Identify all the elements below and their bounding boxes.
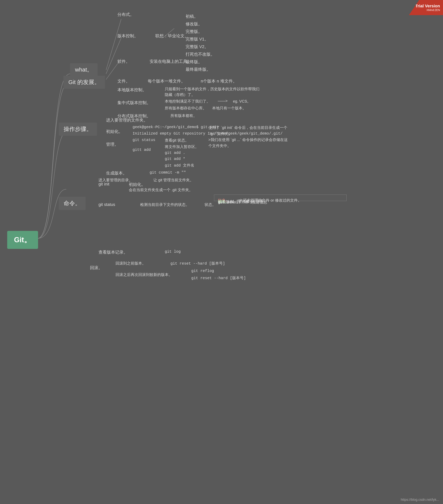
git-central-node: Git。 [7,231,38,249]
node-central-vcs-desc2: 所有版本都存在中心库。 [165,106,206,111]
node-v3: 完整版。 [186,29,202,35]
node-op-steps: 操作步骤。 [59,123,97,136]
node-rollback-forward-desc: 回滚之后再次回滚到较新的版本。 [116,272,172,277]
node-git-log-cmd: git log [165,250,181,254]
node-git-dev: Git 的发展。 [63,76,105,89]
node-gen-version-cmd: git commit -m "" [150,170,186,175]
node-what: what。 [70,63,97,76]
node-add-cmd3: git add 文件名 [165,163,194,168]
node-gitt-add-label: gitt add [133,148,151,152]
node-cmd-git-status: git status [98,202,115,207]
node-software: 软件。 [117,59,130,64]
node-op-init-label: 初始化。 [106,129,123,134]
node-cmd-status-label: 状态。 [205,202,216,207]
node-central-vcs-desc3: 本地只有一个版本。 [212,106,246,111]
node-rollback-back-desc: 回滚到之前版本。 [116,261,146,266]
node-file: 文件。 [117,78,130,84]
node-op-init-cmd1: geek@geek-PC:~/geek/git_demo$ git init [133,125,219,129]
node-gen-version: 生成版本。 [106,170,127,176]
node-v6: 打死也不改版。 [186,52,215,57]
node-v2: 修改版。 [186,21,202,27]
node-file-desc2: n个版本 n 堆文件。 [201,78,237,84]
node-distributed: 分布式。 [117,12,134,18]
node-central-vcs-eg: eg. VCS。 [233,99,251,104]
node-git-status-cmd: git status [133,138,155,142]
node-central-vcs-desc1: 本地控制满足不了我们了。 [165,99,210,104]
node-local-vcs-desc: 只能看到一个版本的文件，历史版本的文件以软件帮我们隐藏（存档）了。 [165,86,259,97]
node-cmd-manage-current: 让 git 管理当前文件夹。 [154,178,193,183]
node-git-log-desc: 查看版本记录。 [98,250,128,255]
node-file-desc1: 每个版本一堆文件。 [148,78,185,84]
node-rollback-label: 回滚。 [90,265,102,271]
node-central-vcs-arrow: ——> [218,99,228,103]
node-cmd-enter-dir: 进入要管理的目录。 [98,178,133,183]
node-v4: 完整版 V1。 [186,36,209,42]
node-cmd-status-desc: 检测当前目录下文件的状态。 [140,202,189,207]
node-op-init-note: 使用了 `git init` 命令后，会在当前目录生成一个 `.git` 文件夹… [208,125,288,149]
node-add-cmd1: git add . [165,151,185,155]
node-dist-vcs-desc: 所有版本都有。 [171,113,197,118]
node-manage-label: 管理。 [106,142,118,147]
trial-title: Trial Version [415,4,440,9]
node-gitt-add-desc: 将文件加入暂存区。 [165,144,199,149]
node-gen-ver2: 生成版本。 [218,199,237,204]
node-cmd-create-git: 会在当前文件夹生成一个 .git 文件夹。 [129,187,193,193]
node-v8: 最终最终版。 [186,67,211,72]
node-rollback-reset: git reset --hard [版本号] [191,275,246,281]
node-enter-folder: 进入要管理的文件夹。 [106,117,148,123]
node-central-vcs: 集中式版本控制。 [117,100,151,106]
mindmap: Git。 what。 分布式。 版本控制。 联想：毕业论文。 初稿。 修改版。 … [0,0,443,504]
trial-sub: XMind:ZEN [426,9,440,12]
node-rollback-back-cmd: git reset --hard [版本号] [171,261,225,266]
node-v1: 初稿。 [186,14,198,19]
node-v5: 完整版 V2。 [186,44,209,50]
node-rollback-reflog: git reflog [191,269,214,273]
node-add-cmd2: git add * [165,157,185,161]
node-local-vcs: 本地版本控制。 [117,87,147,93]
watermark: https://blog.csdn.net/lyk... [401,498,439,502]
svg-line-1 [106,38,121,74]
node-commands: 命令。 [59,197,86,210]
node-version-control: 版本控制。 [117,33,138,39]
node-associate: 联想：毕业论文。 [155,33,189,39]
node-software-desc: 安装在电脑上的工具。 [150,59,191,64]
node-git-status-desc: 查看git 状态。 [165,138,189,143]
